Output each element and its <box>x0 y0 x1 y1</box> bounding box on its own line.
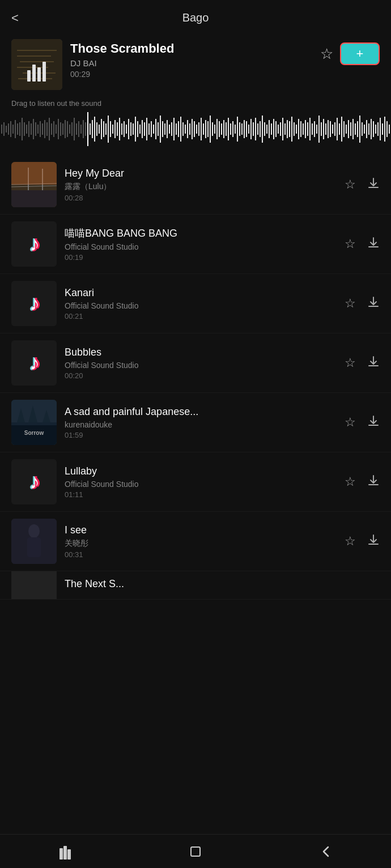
featured-track-actions: ☆ + <box>320 39 380 65</box>
download-button[interactable] <box>367 296 380 311</box>
menu-button[interactable] <box>54 840 76 863</box>
svg-rect-44 <box>74 118 75 140</box>
svg-rect-222 <box>27 537 41 557</box>
featured-track-duration: 00:29 <box>70 70 312 79</box>
svg-rect-177 <box>377 122 379 136</box>
svg-rect-68 <box>130 122 131 136</box>
svg-rect-138 <box>289 121 290 137</box>
svg-rect-137 <box>287 120 288 138</box>
track-info: Kanari Official Sound Studio 00:21 <box>65 287 337 320</box>
svg-rect-114 <box>235 125 236 134</box>
track-duration: 01:59 <box>65 431 337 439</box>
track-info: The Next S... <box>65 578 380 592</box>
svg-rect-41 <box>67 121 68 137</box>
track-info: A sad and painful Japanese... kurenaidou… <box>65 406 337 439</box>
track-list: Hey My Dear 露露（Lulu） 00:28 ☆ ♪ ♪ ♪ <box>0 155 391 645</box>
svg-rect-100 <box>203 123 204 135</box>
svg-rect-169 <box>359 116 360 143</box>
favorite-icon[interactable]: ☆ <box>345 356 356 370</box>
svg-rect-76 <box>148 123 150 135</box>
page-title: Bago <box>182 11 209 24</box>
svg-rect-107 <box>219 121 220 137</box>
favorite-icon[interactable]: ☆ <box>345 177 356 192</box>
svg-rect-182 <box>389 125 390 134</box>
track-info: I see 关晓彤 00:31 <box>65 524 337 559</box>
svg-text:Sorrow: Sorrow <box>24 430 44 436</box>
svg-rect-159 <box>337 118 338 140</box>
svg-rect-124 <box>257 123 258 135</box>
track-thumbnail <box>11 162 57 207</box>
download-button[interactable] <box>367 236 380 252</box>
svg-rect-134 <box>280 122 281 136</box>
download-button[interactable] <box>367 414 380 430</box>
track-thumbnail <box>11 571 57 600</box>
track-artist: Official Sound Studio <box>65 242 337 251</box>
favorite-button[interactable]: ☆ <box>320 45 333 63</box>
list-item: I see 关晓彤 00:31 ☆ <box>0 512 391 571</box>
svg-rect-225 <box>63 846 67 860</box>
svg-rect-136 <box>284 123 286 135</box>
svg-rect-133 <box>278 125 279 134</box>
svg-rect-47 <box>80 125 82 134</box>
svg-rect-80 <box>158 122 159 136</box>
svg-rect-35 <box>53 121 54 137</box>
favorite-icon[interactable]: ☆ <box>345 237 356 251</box>
svg-rect-148 <box>312 123 313 135</box>
download-button[interactable] <box>367 177 380 193</box>
svg-rect-139 <box>291 117 292 142</box>
download-button[interactable] <box>367 533 380 549</box>
add-button[interactable]: + <box>340 42 380 65</box>
svg-rect-165 <box>350 122 351 136</box>
download-button[interactable] <box>367 355 380 371</box>
list-item: Hey My Dear 露露（Lulu） 00:28 ☆ <box>0 155 391 215</box>
svg-rect-63 <box>119 118 120 140</box>
download-button[interactable] <box>367 474 380 490</box>
home-button[interactable] <box>184 840 207 863</box>
svg-rect-92 <box>185 125 186 134</box>
svg-rect-162 <box>343 121 345 137</box>
svg-rect-121 <box>250 119 252 139</box>
svg-rect-50 <box>90 123 91 135</box>
svg-rect-172 <box>366 120 367 138</box>
svg-rect-158 <box>334 122 335 136</box>
svg-rect-149 <box>314 121 315 137</box>
svg-rect-102 <box>207 121 209 137</box>
bottom-navigation <box>0 834 391 868</box>
favorite-icon[interactable]: ☆ <box>345 474 356 489</box>
svg-rect-82 <box>162 121 163 137</box>
svg-text:♪: ♪ <box>29 351 40 374</box>
svg-rect-21 <box>22 118 23 140</box>
svg-rect-87 <box>173 118 175 140</box>
svg-rect-227 <box>191 847 200 856</box>
list-item: ♪ ♪ ♪ 喵喵BANG BANG BANG Official Sound St… <box>0 215 391 274</box>
back-nav-button[interactable] <box>314 840 337 863</box>
favorite-icon[interactable]: ☆ <box>345 534 356 549</box>
track-actions: ☆ <box>345 236 380 252</box>
svg-rect-109 <box>223 120 224 138</box>
svg-rect-12 <box>1 125 2 134</box>
waveform[interactable] <box>0 110 391 155</box>
list-item: ♪ ♪ ♪ Kanari Official Sound Studio 00:21… <box>0 274 391 333</box>
svg-rect-105 <box>214 125 215 134</box>
header: < Bago <box>0 0 391 30</box>
svg-rect-81 <box>160 116 161 143</box>
svg-rect-90 <box>180 117 181 142</box>
favorite-icon[interactable]: ☆ <box>345 415 356 430</box>
track-duration: 00:20 <box>65 371 337 380</box>
svg-rect-154 <box>325 123 326 135</box>
svg-rect-130 <box>271 123 272 135</box>
back-button[interactable]: < <box>11 11 19 25</box>
svg-rect-151 <box>318 116 320 143</box>
svg-rect-23 <box>26 125 27 134</box>
svg-rect-145 <box>305 120 306 138</box>
svg-rect-75 <box>146 118 147 140</box>
svg-rect-131 <box>273 119 274 139</box>
svg-rect-141 <box>296 125 297 134</box>
svg-rect-61 <box>114 120 116 138</box>
svg-rect-128 <box>266 125 267 134</box>
track-actions: ☆ <box>345 355 380 371</box>
favorite-icon[interactable]: ☆ <box>345 296 356 311</box>
svg-rect-55 <box>101 119 102 139</box>
track-title: Hey My Dear <box>65 168 337 179</box>
svg-rect-29 <box>40 121 41 137</box>
